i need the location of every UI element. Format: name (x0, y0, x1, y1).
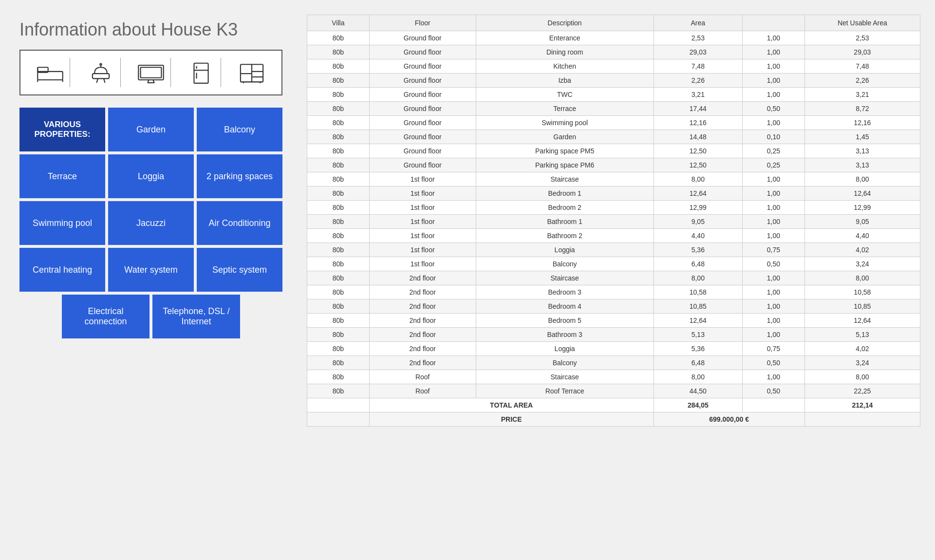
table-cell: Ground floor (369, 74, 476, 88)
area-table: Villa Floor Description Area Net Usable … (307, 15, 920, 427)
table-cell: Bedroom 5 (476, 314, 654, 328)
table-cell: 0,50 (743, 384, 805, 398)
table-cell: Ground floor (369, 102, 476, 116)
table-cell: 12,99 (654, 201, 742, 215)
table-row: 80bRoofRoof Terrace44,500,5022,25 (307, 384, 920, 398)
table-cell: 80b (307, 384, 370, 398)
table-cell: 1st floor (369, 229, 476, 243)
table-cell: 12,16 (804, 116, 920, 130)
table-cell: 1,00 (743, 172, 805, 187)
table-cell: 8,00 (654, 271, 742, 285)
table-cell: 14,48 (654, 130, 742, 144)
table-row: 80bGround floorEnterance2,531,002,53 (307, 31, 920, 45)
table-cell: 80b (307, 158, 370, 172)
prop-electrical: Electrical connection (62, 295, 150, 338)
table-cell: 2,53 (804, 31, 920, 45)
table-cell: 12,16 (654, 116, 742, 130)
table-row: 80b2nd floorBedroom 512,641,0012,64 (307, 314, 920, 328)
table-cell: 7,48 (804, 59, 920, 74)
table-cell: 1,00 (743, 116, 805, 130)
icons-box (19, 50, 282, 95)
bed-icon-cell (31, 58, 70, 87)
table-cell: 12,99 (804, 201, 920, 215)
table-cell: 4,40 (654, 229, 742, 243)
left-panel: Information about House K3 (10, 10, 292, 348)
table-cell: Terrace (476, 102, 654, 116)
table-cell: 1st floor (369, 187, 476, 201)
table-cell: 80b (307, 285, 370, 299)
table-cell: 3,21 (804, 88, 920, 102)
table-cell: 2,26 (804, 74, 920, 88)
table-cell: 2nd floor (369, 356, 476, 370)
table-row: 80bGround floorDining room29,031,0029,03 (307, 45, 920, 59)
table-cell: 2nd floor (369, 328, 476, 342)
table-cell: 2nd floor (369, 342, 476, 356)
table-row: 80bGround floorKitchen7,481,007,48 (307, 59, 920, 74)
table-cell: 80b (307, 299, 370, 314)
table-cell: 5,13 (654, 328, 742, 342)
table-row: 80b2nd floorBathroom 35,131,005,13 (307, 328, 920, 342)
table-cell: 80b (307, 187, 370, 201)
table-row: 80b1st floorBedroom 112,641,0012,64 (307, 187, 920, 201)
table-cell: Ground floor (369, 45, 476, 59)
table-cell: Balcony (476, 356, 654, 370)
balcony-icon-cell (232, 58, 271, 87)
table-cell: Izba (476, 74, 654, 88)
properties-grid: VARIOUS PROPERTIES: Garden Balcony Terra… (19, 108, 282, 292)
table-cell: 8,00 (804, 370, 920, 384)
table-cell: 80b (307, 74, 370, 88)
table-row: 80b1st floorBalcony6,480,503,24 (307, 257, 920, 271)
table-cell: Bedroom 1 (476, 187, 654, 201)
table-cell: 22,25 (804, 384, 920, 398)
table-cell: 8,72 (804, 102, 920, 116)
table-cell: 3,21 (654, 88, 742, 102)
table-cell: 80b (307, 328, 370, 342)
table-cell: 12,64 (654, 187, 742, 201)
total-empty1 (307, 398, 370, 412)
kitchen-icon-cell (182, 58, 221, 87)
table-cell: 4,40 (804, 229, 920, 243)
prop-swimming-pool: Swimming pool (19, 201, 105, 245)
table-cell: 5,36 (654, 243, 742, 257)
table-row: 80bGround floorParking space PM512,500,2… (307, 144, 920, 158)
various-properties-label: VARIOUS PROPERTIES: (19, 108, 105, 151)
header-floor: Floor (369, 15, 476, 31)
right-panel: Villa Floor Description Area Net Usable … (307, 10, 925, 431)
table-cell: Ground floor (369, 59, 476, 74)
table-cell: 2nd floor (369, 314, 476, 328)
table-cell: Bathroom 3 (476, 328, 654, 342)
table-cell: 80b (307, 356, 370, 370)
table-cell: Roof (369, 370, 476, 384)
svg-rect-11 (141, 67, 162, 77)
prop-terrace: Terrace (19, 154, 105, 198)
table-cell: 10,85 (654, 299, 742, 314)
table-cell: 80b (307, 229, 370, 243)
table-cell: 0,75 (743, 342, 805, 356)
table-cell: 10,85 (804, 299, 920, 314)
prop-garden: Garden (108, 108, 194, 151)
total-area-row: TOTAL AREA 284,05 212,14 (307, 398, 920, 412)
table-cell: 80b (307, 172, 370, 187)
table-cell: 1,00 (743, 187, 805, 201)
table-cell: 80b (307, 144, 370, 158)
table-row: 80bGround floorSwimming pool12,161,0012,… (307, 116, 920, 130)
table-cell: 1,00 (743, 370, 805, 384)
table-cell: 2nd floor (369, 285, 476, 299)
table-cell: 9,05 (804, 215, 920, 229)
table-row: 80b1st floorStaircase8,001,008,00 (307, 172, 920, 187)
svg-point-9 (100, 64, 101, 65)
table-row: 80b2nd floorStaircase8,001,008,00 (307, 271, 920, 285)
table-cell: 2nd floor (369, 299, 476, 314)
table-cell: 80b (307, 102, 370, 116)
header-net-usable-area: Net Usable Area (804, 15, 920, 31)
total-empty2 (743, 398, 805, 412)
table-cell: 80b (307, 271, 370, 285)
table-row: 80b1st floorBathroom 19,051,009,05 (307, 215, 920, 229)
table-cell: Enterance (476, 31, 654, 45)
table-cell: Ground floor (369, 88, 476, 102)
table-cell: 8,00 (654, 172, 742, 187)
table-cell: 1,00 (743, 299, 805, 314)
table-cell: 0,50 (743, 257, 805, 271)
table-cell: 44,50 (654, 384, 742, 398)
price-empty2 (804, 412, 920, 427)
